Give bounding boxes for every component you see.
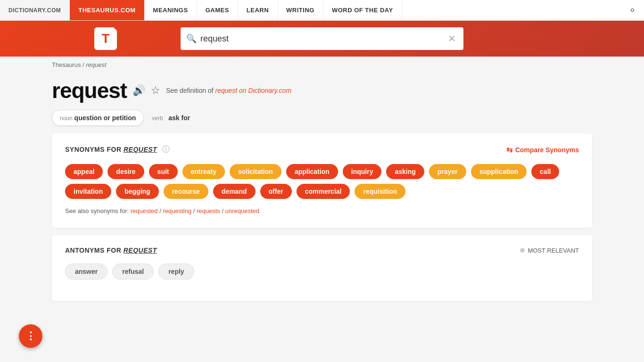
breadcrumb-separator: /	[81, 61, 86, 68]
search-input[interactable]	[200, 34, 446, 44]
tab-verb-type: verb	[152, 115, 163, 122]
antonym-pill-reply[interactable]: reply	[158, 263, 194, 280]
synonyms-title-text: SYNONYMS FOR request	[65, 146, 159, 153]
antonyms-card: ANTONYMS FOR request MOST RELEVANT answe…	[52, 235, 592, 301]
compare-synonyms-label: Compare Synonyms	[515, 146, 579, 154]
synonym-pill-application[interactable]: application	[286, 164, 338, 179]
nav-games[interactable]: GAMES	[197, 0, 238, 20]
synonym-pill-offer[interactable]: offer	[260, 184, 292, 199]
antonyms-title: ANTONYMS FOR request	[65, 247, 157, 254]
synonym-pill-supplication[interactable]: supplication	[471, 164, 527, 179]
site-logo: T	[94, 27, 117, 50]
most-relevant-dot	[520, 248, 525, 253]
synonym-pill-desire[interactable]: desire	[107, 164, 144, 179]
synonym-pill-begging[interactable]: begging	[116, 184, 158, 199]
user-icon[interactable]: ⚬	[621, 5, 644, 16]
nav-thesaurus[interactable]: THESAURUS.COM	[70, 0, 144, 20]
synonym-pill-appeal[interactable]: appeal	[65, 164, 103, 179]
nav-writing[interactable]: WRITING	[278, 0, 323, 20]
search-icon: 🔍	[186, 33, 197, 44]
antonyms-title-text: ANTONYMS FOR request	[65, 247, 157, 254]
tabs-row: noun question or petition verb ask for	[52, 110, 592, 126]
synonym-pill-recourse[interactable]: recourse	[164, 184, 208, 199]
see-also-requested[interactable]: requested	[131, 207, 158, 214]
main-content: request 🔊 ☆ See definition of request on…	[0, 73, 644, 318]
synonym-pill-prayer[interactable]: prayer	[429, 164, 466, 179]
info-icon[interactable]: ⓘ	[162, 145, 170, 153]
synonym-pill-call[interactable]: call	[531, 164, 559, 179]
top-navigation: DICTIONARY.COM THESAURUS.COM MEANINGS GA…	[0, 0, 644, 21]
breadcrumb: Thesaurus / request	[0, 57, 644, 73]
tab-verb-label: ask for	[168, 114, 190, 122]
antonyms-pills-grid: answerrefusalreply	[65, 263, 579, 280]
see-also-requests[interactable]: requests	[197, 207, 220, 214]
synonyms-card: SYNONYMS FOR request ⓘ ⇆ Compare Synonym…	[52, 133, 592, 228]
antonyms-card-header: ANTONYMS FOR request MOST RELEVANT	[65, 247, 579, 254]
synonym-pill-demand[interactable]: demand	[213, 184, 256, 199]
search-clear-icon[interactable]: ✕	[446, 31, 458, 46]
page-title: request	[52, 78, 127, 103]
synonym-pill-asking[interactable]: asking	[386, 164, 424, 179]
breadcrumb-thesaurus-link[interactable]: Thesaurus	[52, 61, 81, 68]
definition-link: See definition of request on Dictionary.…	[166, 87, 291, 94]
most-relevant: MOST RELEVANT	[520, 247, 579, 254]
word-title-row: request 🔊 ☆ See definition of request on…	[52, 78, 592, 103]
antonym-pill-refusal[interactable]: refusal	[112, 263, 154, 280]
compare-icon: ⇆	[506, 145, 512, 154]
synonym-pill-suit[interactable]: suit	[149, 164, 178, 179]
synonym-pill-invitation[interactable]: invitation	[65, 184, 111, 199]
synonym-pill-entreaty[interactable]: entreaty	[182, 164, 225, 179]
see-also-requesting[interactable]: requesting	[163, 207, 191, 214]
nav-word-of-day[interactable]: WORD OF THE DAY	[323, 0, 402, 20]
antonym-pill-answer[interactable]: answer	[65, 263, 107, 280]
most-relevant-label: MOST RELEVANT	[528, 247, 579, 254]
synonyms-card-header: SYNONYMS FOR request ⓘ ⇆ Compare Synonym…	[65, 145, 579, 155]
synonyms-pills-grid: appealdesiresuitentreatysolicitationappl…	[65, 164, 579, 199]
synonym-pill-inquiry[interactable]: inquiry	[343, 164, 382, 179]
bookmark-icon[interactable]: ☆	[151, 84, 160, 97]
synonyms-title: SYNONYMS FOR request ⓘ	[65, 145, 170, 155]
sound-icon[interactable]: 🔊	[132, 84, 145, 97]
compare-synonyms-link[interactable]: ⇆ Compare Synonyms	[506, 145, 579, 154]
search-header: T 🔍 ✕	[0, 21, 644, 57]
breadcrumb-current: request	[86, 61, 106, 68]
tab-noun[interactable]: noun question or petition	[52, 110, 144, 126]
see-also: See also synonyms for: requested / reque…	[65, 207, 579, 214]
tab-noun-label: question or petition	[74, 114, 136, 122]
search-bar: 🔍 ✕	[181, 27, 463, 50]
tab-verb[interactable]: verb ask for	[144, 110, 198, 126]
dictionary-link[interactable]: request on Dictionary.com	[215, 87, 291, 94]
see-also-unrequested[interactable]: unrequested	[225, 207, 259, 214]
nav-dictionary[interactable]: DICTIONARY.COM	[0, 0, 70, 20]
synonym-pill-requisition[interactable]: requisition	[355, 184, 405, 199]
synonym-pill-solicitation[interactable]: solicitation	[230, 164, 281, 179]
nav-learn[interactable]: LEARN	[238, 0, 278, 20]
nav-meanings[interactable]: MEANINGS	[145, 0, 197, 20]
tab-noun-type: noun	[60, 115, 73, 122]
synonym-pill-commercial[interactable]: commercial	[297, 184, 350, 199]
